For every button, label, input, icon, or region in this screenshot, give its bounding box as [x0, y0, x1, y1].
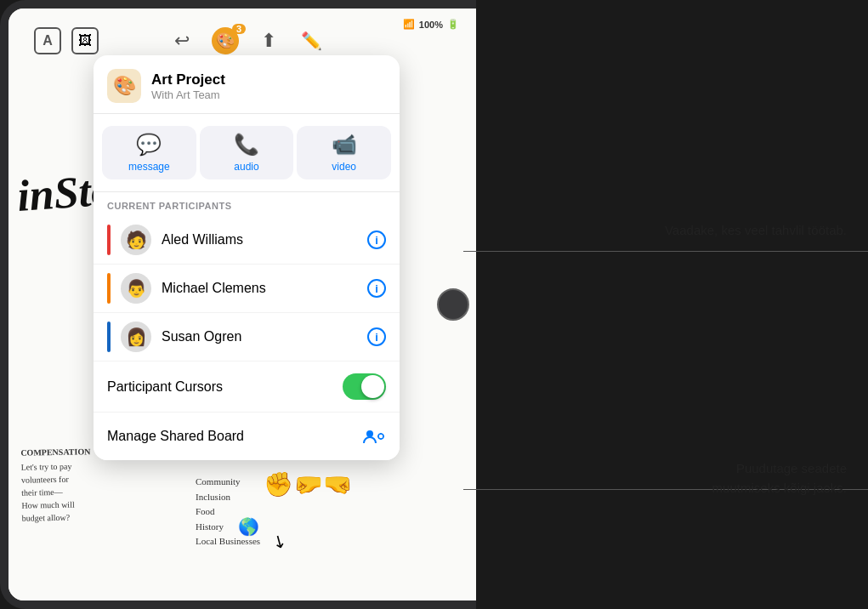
image-tool-button[interactable]: 🖼	[71, 27, 99, 54]
participant-cursors-label: Participant Cursors	[107, 379, 343, 395]
palette-emoji-icon: 🎨	[113, 75, 136, 97]
participant-color-michael	[107, 273, 111, 304]
svg-point-0	[366, 430, 373, 437]
callout-text-manage: Puudutage seadetemuutmiseks kõigi jaoks.	[712, 459, 847, 498]
panel-header: 🎨 Art Project With Art Team	[94, 55, 400, 114]
message-button[interactable]: 💬 message	[102, 126, 196, 179]
image-tool-icon: 🖼	[78, 33, 92, 48]
annotation-area: Vaadake, kes veel tahvlil töötab. Puudut…	[476, 0, 868, 609]
whiteboard-arrow: ↘	[268, 528, 291, 553]
svg-point-1	[378, 434, 383, 439]
participant-item-aled: 🧑 Aled Williams i	[94, 216, 400, 265]
callout-line-participants	[463, 251, 868, 252]
collaboration-panel: 🎨 Art Project With Art Team 💬 message 📞 …	[94, 55, 400, 460]
audio-label: audio	[234, 161, 258, 173]
toggle-thumb	[361, 375, 384, 398]
participant-avatar-susan: 👩	[121, 322, 151, 352]
action-buttons-row: 💬 message 📞 audio 📹 video	[94, 114, 400, 192]
whiteboard-list: Community Inclusion Food History Local B…	[196, 475, 260, 549]
manage-shared-board-row[interactable]: Manage Shared Board	[94, 413, 400, 460]
participant-count-badge: 3	[232, 24, 246, 34]
palette-button[interactable]: 🎨 3	[212, 27, 239, 54]
participant-name-aled: Aled Williams	[162, 232, 357, 248]
share-button[interactable]: ⬆	[256, 28, 281, 54]
participant-cursors-toggle[interactable]	[343, 373, 386, 400]
whiteboard-compensation-note: COMPENSATION Let's try to pay volunteers…	[20, 445, 92, 524]
toolbar-center: ↩ 🎨 3 ⬆ ✏️	[169, 27, 324, 54]
manage-shared-board-icon	[362, 424, 386, 448]
callout-text-participants: Vaadake, kes veel tahvlil töötab.	[665, 221, 847, 241]
ipad-screen: inStorm COMPENSATION Let's try to pay vo…	[9, 9, 476, 600]
audio-icon: 📞	[234, 133, 259, 157]
participant-color-aled	[107, 225, 111, 255]
audio-button[interactable]: 📞 audio	[200, 126, 294, 179]
participant-avatar-michael: 👨	[121, 273, 151, 304]
message-icon: 💬	[136, 133, 162, 157]
home-button[interactable]	[437, 288, 469, 321]
participant-info-aled[interactable]: i	[367, 231, 386, 249]
participant-name-michael: Michael Clemens	[162, 281, 357, 296]
whiteboard-emoji-globe: 🌎	[238, 516, 259, 537]
participant-item-michael: 👨 Michael Clemens i	[94, 265, 400, 313]
participants-section-header: CURRENT PARTICIPANTS	[94, 192, 400, 216]
message-label: message	[128, 161, 170, 173]
participant-item-susan: 👩 Susan Ogren i	[94, 313, 400, 361]
undo-icon: ↩	[174, 30, 190, 52]
panel-title-group: Art Project With Art Team	[151, 71, 225, 101]
edit-icon: ✏️	[301, 31, 322, 51]
ipad-frame: inStorm COMPENSATION Let's try to pay vo…	[0, 0, 476, 609]
participant-avatar-aled: 🧑	[121, 225, 151, 255]
participant-color-susan	[107, 322, 111, 352]
toolbar-left: A 🖼	[34, 27, 99, 54]
panel-project-subtitle: With Art Team	[151, 88, 225, 101]
video-label: video	[332, 161, 356, 173]
undo-button[interactable]: ↩	[169, 28, 195, 54]
share-icon: ⬆	[261, 30, 276, 52]
text-tool-button[interactable]: A	[34, 27, 61, 54]
manage-shared-board-label: Manage Shared Board	[107, 429, 362, 444]
edit-button[interactable]: ✏️	[298, 28, 324, 54]
palette-icon: 🎨	[216, 31, 235, 50]
participant-cursors-row: Participant Cursors	[94, 361, 400, 413]
participant-info-susan[interactable]: i	[367, 327, 386, 346]
panel-project-icon: 🎨	[107, 69, 141, 103]
text-tool-icon: A	[43, 33, 53, 48]
panel-project-title: Art Project	[151, 71, 225, 88]
video-button[interactable]: 📹 video	[297, 126, 391, 179]
participant-name-susan: Susan Ogren	[162, 329, 357, 344]
participant-info-michael[interactable]: i	[367, 279, 386, 298]
whiteboard-emoji-fists: ✊🤛🤜	[264, 470, 353, 498]
video-icon: 📹	[332, 133, 357, 157]
callout-line-manage	[463, 489, 868, 490]
